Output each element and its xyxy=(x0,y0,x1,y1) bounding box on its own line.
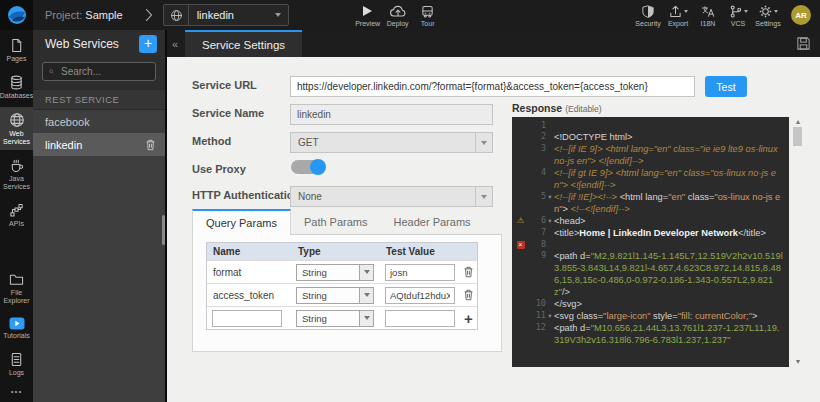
sidebar-item-databases[interactable]: Databases xyxy=(0,70,33,104)
table-row: format String xyxy=(207,260,477,283)
table-row-new: String + xyxy=(207,306,477,329)
sidebar-item-web-services[interactable]: Web Services xyxy=(0,107,33,150)
rest-service-section-header: REST SERVICE xyxy=(33,89,165,110)
sidebar-overflow-button[interactable]: ••• xyxy=(0,381,33,402)
code-line: 11▾<svg class="large-icon" style="fill: … xyxy=(514,310,786,322)
service-name-input[interactable] xyxy=(290,104,493,125)
sidebar-item-label: Databases xyxy=(0,92,33,100)
chevron-down-icon xyxy=(275,13,281,17)
add-service-button[interactable]: + xyxy=(139,35,157,53)
param-type-select[interactable]: String xyxy=(296,310,374,327)
code-line: 4<!--[if gt IE 9]> <html lang="en" class… xyxy=(514,167,786,191)
sidebar-item-pages[interactable]: Pages xyxy=(0,33,33,67)
delete-service-button[interactable] xyxy=(145,139,156,151)
add-param-button[interactable]: + xyxy=(464,311,473,326)
http-auth-select[interactable]: None xyxy=(290,186,493,207)
new-param-test-value-input[interactable] xyxy=(385,310,455,327)
chevron-down-icon xyxy=(359,288,373,303)
chevron-down-icon xyxy=(475,133,492,152)
service-item-linkedin[interactable]: linkedin xyxy=(33,133,165,156)
log-file-icon xyxy=(9,352,24,367)
sidebar-item-apis[interactable]: APIs xyxy=(0,198,33,232)
tab-header-params[interactable]: Header Params xyxy=(381,209,484,234)
tab-service-settings[interactable]: Service Settings xyxy=(185,30,302,57)
coffee-cup-icon xyxy=(9,158,24,173)
code-line: 7<title>Home | LinkedIn Developer Networ… xyxy=(514,227,786,239)
line-number: 2 xyxy=(527,131,546,142)
sidebar-item-label: Java Services xyxy=(0,175,33,191)
export-button[interactable]: Export xyxy=(663,4,693,27)
param-type-value: String xyxy=(297,267,359,278)
search-box[interactable] xyxy=(42,62,156,81)
delete-param-button[interactable] xyxy=(463,266,474,278)
database-icon xyxy=(9,75,24,90)
service-url-input[interactable] xyxy=(290,76,695,97)
param-test-value-input[interactable] xyxy=(385,287,455,304)
preview-button[interactable]: Preview xyxy=(353,4,383,27)
search-input[interactable] xyxy=(59,65,149,78)
panel-title: Web Services xyxy=(45,37,139,51)
tab-path-params[interactable]: Path Params xyxy=(291,209,381,234)
top-bar: Project: Sample linkedin Preview xyxy=(0,0,820,30)
tour-button[interactable]: Tour xyxy=(413,4,443,27)
delete-param-button[interactable] xyxy=(463,289,474,301)
settings-button[interactable]: Settings xyxy=(753,4,783,27)
bus-icon xyxy=(421,4,434,19)
use-proxy-label: Use Proxy xyxy=(192,163,246,175)
security-button[interactable]: Security xyxy=(633,4,663,27)
chevron-down-icon xyxy=(684,10,688,13)
save-button[interactable] xyxy=(786,30,820,57)
test-button[interactable]: Test xyxy=(705,76,747,97)
method-value: GET xyxy=(291,137,475,148)
param-type-select[interactable]: String xyxy=(296,264,374,281)
param-test-value-input[interactable] xyxy=(385,264,455,281)
service-selector-dropdown[interactable]: linkedin xyxy=(163,4,289,26)
panel-header: Web Services + xyxy=(33,30,165,57)
topbar-left-actions: Preview Deploy Tour xyxy=(353,4,443,27)
code-text: <path d="M2,9.821l1.145-1.145L7,12.519V2… xyxy=(554,250,786,298)
api-nodes-icon xyxy=(9,203,24,218)
code-line: 2<!DOCTYPE html> xyxy=(514,131,786,143)
panel-scrollbar-thumb[interactable] xyxy=(162,215,165,245)
new-param-name-input[interactable] xyxy=(212,310,282,327)
action-label: Preview xyxy=(355,20,380,27)
param-type-select[interactable]: String xyxy=(296,287,374,304)
use-proxy-toggle[interactable] xyxy=(291,160,325,174)
action-label: Deploy xyxy=(387,20,409,27)
app-logo[interactable] xyxy=(0,0,33,30)
user-avatar[interactable]: AR xyxy=(791,5,811,25)
code-text: <!DOCTYPE html> xyxy=(554,131,786,143)
tab-query-params[interactable]: Query Params xyxy=(192,209,291,235)
selected-service: linkedin xyxy=(197,9,234,21)
video-play-icon xyxy=(9,317,25,330)
method-select[interactable]: GET xyxy=(290,132,493,153)
line-number: 3 xyxy=(527,143,546,154)
i18n-button[interactable]: I18N xyxy=(693,4,723,27)
project-name: Sample xyxy=(85,9,122,21)
sidebar-item-java-services[interactable]: Java Services xyxy=(0,153,33,195)
sidebar-item-logs[interactable]: Logs xyxy=(0,347,33,381)
param-name: format xyxy=(207,267,292,278)
query-params-panel: Name Type Test Value format String xyxy=(192,235,502,352)
http-auth-label: HTTP Authentication xyxy=(192,189,300,201)
project-label: Project: xyxy=(45,9,82,21)
scroll-up-arrow[interactable]: ▲ xyxy=(793,118,803,125)
fold-toggle-icon[interactable]: ▾ xyxy=(546,310,554,321)
line-number: 12 xyxy=(527,322,546,333)
dropdown-divider xyxy=(188,5,189,25)
fold-toggle-icon[interactable]: ▾ xyxy=(546,215,554,226)
code-text: <head> xyxy=(554,215,786,227)
sidebar-item-file-explorer[interactable]: File Explorer xyxy=(0,267,33,309)
vcs-button[interactable]: VCS xyxy=(723,4,753,27)
action-label: I18N xyxy=(701,20,716,27)
scroll-down-arrow[interactable]: ▼ xyxy=(793,358,803,365)
table-header-row: Name Type Test Value xyxy=(207,243,477,260)
editor-scrollbar-thumb[interactable] xyxy=(793,127,802,146)
action-label: VCS xyxy=(731,20,745,27)
sidebar-item-tutorials[interactable]: Tutorials xyxy=(0,312,33,344)
collapse-panel-button[interactable]: « xyxy=(167,30,183,57)
response-code-editor[interactable]: 12<!DOCTYPE html>3<!--[if IE 9]> <html l… xyxy=(512,117,789,367)
fold-toggle-icon[interactable]: ▾ xyxy=(546,191,554,202)
service-item-facebook[interactable]: facebook xyxy=(33,110,165,133)
deploy-button[interactable]: Deploy xyxy=(383,4,413,27)
